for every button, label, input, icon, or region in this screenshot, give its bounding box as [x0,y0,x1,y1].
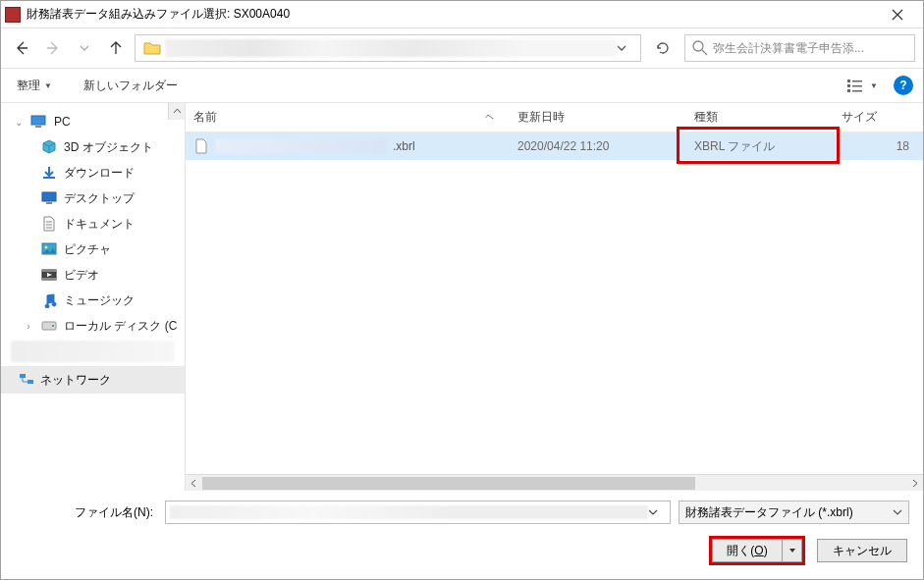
up-button[interactable] [103,35,129,61]
file-kind-cell: XBRL ファイル [686,138,834,155]
back-button[interactable] [9,35,34,61]
chevron-up-icon [173,107,182,116]
filename-value-redacted [170,505,648,519]
chevron-down-icon [648,507,658,517]
svg-rect-16 [42,278,56,280]
chevron-down-icon: ▼ [44,81,52,90]
column-header-date[interactable]: 更新日時 [510,109,686,126]
scrollbar-track[interactable] [202,475,906,491]
dialog-footer: ファイル名(N): 財務諸表データファイル (*.xbrl) 開く(O) [1,491,923,579]
desktop-icon [40,190,58,206]
tree-label: ダウンロード [64,165,135,182]
organize-label: 整理 [17,78,40,94]
tree-node-desktop[interactable]: › デスクトップ [1,185,185,211]
navigation-tree: ⌄ PC › 3D オブジェクト › ダウンロード › [1,103,186,491]
scroll-left-button[interactable] [186,475,202,492]
network-icon [19,372,34,388]
command-toolbar: 整理 ▼ 新しいフォルダー ▼ ? [1,68,923,103]
expand-collapse-icon[interactable]: ⌄ [13,117,25,128]
tree-node-network[interactable]: ネットワーク [1,366,185,394]
filter-dropdown[interactable] [893,507,902,517]
scrollbar-thumb[interactable] [202,477,695,490]
open-button[interactable]: 開く(O) [712,539,783,562]
recent-dropdown[interactable] [72,35,97,61]
tree-node-videos[interactable]: › ビデオ [1,262,185,288]
column-header-kind[interactable]: 種類 [686,109,834,126]
svg-rect-18 [52,325,54,327]
refresh-button[interactable] [647,34,679,62]
arrow-right-icon [44,39,62,57]
tree-node-redacted [11,341,175,362]
filename-combobox[interactable] [165,501,671,524]
filename-dropdown[interactable] [648,507,666,517]
svg-rect-5 [847,89,850,92]
svg-rect-4 [852,85,862,87]
svg-rect-10 [42,192,56,201]
filename-label: ファイル名(N): [15,504,157,521]
column-headers: 名前 ヘ 更新日時 種類 サイズ [186,103,923,132]
svg-rect-2 [852,80,862,82]
sidebar-scroll-up[interactable] [168,103,185,120]
file-row[interactable]: .xbrl 2020/04/22 11:20 XBRL ファイル 18 [186,132,923,160]
tree-label-pc: PC [54,115,71,129]
chevron-down-icon [617,43,626,53]
sort-indicator-icon: ヘ [485,111,502,124]
tree-node-pc[interactable]: ⌄ PC [1,109,185,134]
tree-node-3d-objects[interactable]: › 3D オブジェクト [1,134,185,160]
filename-row: ファイル名(N): 財務諸表データファイル (*.xbrl) [15,501,909,524]
download-icon [40,165,58,181]
file-name-redacted [215,138,387,154]
new-folder-label: 新しいフォルダー [83,78,178,94]
column-header-size[interactable]: サイズ [834,109,923,126]
address-bar[interactable] [135,34,641,62]
address-path-redacted [165,39,617,57]
cancel-button[interactable]: キャンセル [817,539,907,562]
file-date-cell: 2020/04/22 11:20 [510,139,686,153]
folder-icon [143,40,161,56]
forward-button[interactable] [40,35,66,61]
open-split-dropdown[interactable] [783,539,802,562]
tree-node-documents[interactable]: › ドキュメント [1,211,185,237]
window-title: 財務諸表データ組み込みファイル選択: SX00A040 [27,6,876,23]
file-type-filter[interactable]: 財務諸表データファイル (*.xbrl) [679,501,909,524]
file-name-suffix: .xbrl [393,139,415,153]
pictures-icon [40,241,58,257]
scroll-right-button[interactable] [906,475,923,492]
open-label-prefix: 開く( [727,543,754,559]
expand-icon[interactable]: › [23,321,34,332]
tree-label-network: ネットワーク [40,372,111,389]
chevron-down-icon [893,507,902,517]
tree-items: ⌄ PC › 3D オブジェクト › ダウンロード › [1,103,185,491]
close-button[interactable] [876,1,919,28]
disk-icon [40,318,58,334]
path-dropdown[interactable] [617,43,636,53]
search-icon [691,39,709,57]
tree-node-music[interactable]: › ミュージック [1,288,185,313]
tree-node-pictures[interactable]: › ピクチャ [1,237,185,262]
cube-icon [40,139,58,155]
navigation-toolbar: 弥生会計決算書電子申告添... [1,28,923,68]
new-folder-button[interactable]: 新しいフォルダー [78,74,184,98]
svg-rect-1 [847,79,850,82]
search-box[interactable]: 弥生会計決算書電子申告添... [684,34,915,62]
filter-label: 財務諸表データファイル (*.xbrl) [685,504,853,521]
arrow-up-icon [107,39,125,57]
document-icon [40,216,58,232]
chevron-down-icon: ▼ [870,81,878,90]
organize-button[interactable]: 整理 ▼ [11,74,58,98]
tree-label: ドキュメント [64,216,135,233]
button-row: 開く(O) キャンセル [15,536,909,565]
help-button[interactable]: ? [894,76,913,95]
view-options-button[interactable]: ▼ [841,76,884,95]
svg-rect-7 [31,116,45,125]
column-header-name[interactable]: 名前 ヘ [186,109,510,126]
svg-rect-9 [43,177,55,179]
tree-node-local-disk[interactable]: › ローカル ディスク (C [1,313,185,339]
cancel-label: キャンセル [833,543,892,559]
svg-rect-15 [42,270,56,272]
horizontal-scrollbar[interactable] [186,474,923,491]
tree-node-downloads[interactable]: › ダウンロード [1,160,185,185]
file-list-pane: 名前 ヘ 更新日時 種類 サイズ .xbrl 2020/04/22 11:20 … [186,103,923,491]
open-button-highlight: 開く(O) [709,536,805,565]
file-dialog-window: 財務諸表データ組み込みファイル選択: SX00A040 [0,0,924,580]
